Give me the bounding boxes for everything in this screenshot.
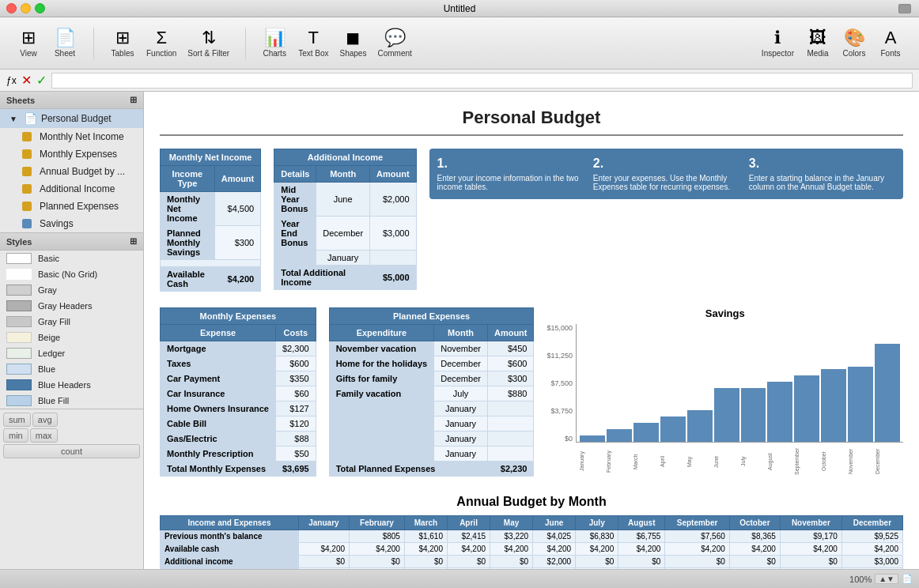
row-value: $2,300 (276, 341, 316, 356)
row-label: Available cash (161, 543, 299, 556)
income-type-header: Income Type (161, 166, 215, 192)
media-icon: 🖼 (809, 29, 826, 47)
sidebar-item-annual-budget[interactable]: Annual Budget by ... (0, 163, 143, 180)
sidebar-item-monthly-net-income[interactable]: Monthly Net Income (0, 128, 143, 145)
cancel-icon[interactable]: ✕ (21, 73, 32, 88)
sidebar-item-personal-budget[interactable]: ▼ 📄 Personal Budget (0, 109, 143, 128)
instruction-text: Enter a starting balance in the January … (749, 174, 895, 191)
zoom-stepper[interactable]: ▲▼ (875, 574, 898, 584)
sidebar-item-additional-income[interactable]: Additional Income (0, 180, 143, 198)
row-label: Home Owners Insurance (161, 401, 276, 416)
textbox-icon: T (308, 29, 319, 47)
chart-bar (633, 423, 659, 442)
x-axis-label: September (794, 446, 819, 477)
expense-header: Expense (161, 325, 276, 341)
row-value: $0 (448, 556, 490, 568)
sheet-color-planned (22, 202, 32, 211)
total-label: Total Additional Income (274, 266, 370, 290)
row-value: $9,170 (780, 530, 841, 543)
maximize-button[interactable] (35, 3, 45, 13)
sort-filter-icon: ⇅ (202, 29, 216, 47)
row-value: $3,695 (841, 568, 902, 570)
row-value: $3,220 (490, 530, 533, 543)
row-value: $4,200 (576, 543, 618, 556)
style-item-blue[interactable]: Blue (0, 361, 143, 377)
page-icon: 📄 (902, 574, 913, 584)
chart-bars (576, 324, 903, 443)
row-value: $0 (576, 556, 618, 568)
table-row: Available cash$4,200$4,200$4,200$4,200$4… (161, 543, 903, 556)
close-button[interactable] (6, 3, 17, 13)
style-item-beige[interactable]: Beige (0, 330, 143, 345)
style-item-gray-headers[interactable]: Gray Headers (0, 298, 143, 314)
colors-button[interactable]: 🎨 Colors (837, 26, 872, 61)
sidebar-item-savings[interactable]: Savings (0, 215, 143, 232)
total-value: $4,200 (214, 267, 261, 292)
window-resize-button[interactable] (898, 4, 911, 13)
y-axis-label: $3,750 (546, 407, 573, 415)
row-value: $3,000 (370, 217, 417, 251)
style-item-blue-headers[interactable]: Blue Headers (0, 377, 143, 393)
minimize-button[interactable] (21, 3, 31, 13)
function-button[interactable]: Σ Function (142, 26, 181, 61)
textbox-button[interactable]: T Text Box (293, 26, 333, 61)
row-label: Planned Monthly Savings (161, 226, 215, 260)
status-bar: 100% ▲▼ 📄 (0, 569, 919, 588)
style-item-gray-fill[interactable]: Gray Fill (0, 314, 143, 330)
avg-button[interactable]: avg (32, 413, 58, 427)
instruction-number: 2. (593, 156, 739, 171)
sum-button[interactable]: sum (3, 413, 31, 427)
annual-budget-section: Annual Budget by Month Income and Expens… (160, 495, 903, 569)
shapes-button[interactable]: ◼ Shapes (335, 26, 372, 61)
media-button[interactable]: 🖼 Media (800, 26, 835, 61)
sort-filter-button[interactable]: ⇅ Sort & Filter (183, 26, 234, 61)
style-item-basic-no-grid[interactable]: Basic (No Grid) (0, 266, 143, 282)
charts-button[interactable]: 📊 Charts (257, 26, 292, 61)
annual-header: March (404, 516, 447, 530)
count-button[interactable]: count (3, 444, 140, 458)
annual-header: October (729, 516, 780, 530)
additional-income-table: Additional Income Details Month Amount M… (274, 149, 416, 290)
styles-header-label: Styles (6, 237, 32, 247)
row-value: $0 (618, 556, 665, 568)
additional-income-section: Additional Income Details Month Amount M… (274, 149, 416, 290)
table-row: January (329, 416, 534, 432)
style-item-blue-fill[interactable]: Blue Fill (0, 393, 143, 409)
tables-button[interactable]: ⊞ Tables (105, 26, 140, 61)
row-month: January (434, 432, 488, 447)
row-value: $127 (276, 401, 316, 416)
table-row: Mid Year BonusJune$2,000 (274, 183, 416, 217)
amount-header-pe: Amount (487, 325, 534, 341)
chart-bar (687, 410, 713, 442)
row-value: $50 (276, 447, 316, 462)
month-header: Month (316, 166, 370, 183)
view-button[interactable]: ⊞ View (11, 26, 46, 61)
formula-input[interactable] (51, 73, 913, 89)
sidebar-item-monthly-expenses[interactable]: Monthly Expenses (0, 145, 143, 163)
fonts-button[interactable]: A Fonts (873, 26, 908, 61)
inspector-button[interactable]: ℹ Inspector (757, 26, 799, 61)
max-button[interactable]: max (30, 428, 58, 443)
row-value: $4,500 (214, 192, 261, 226)
y-axis-label: $11,250 (546, 352, 573, 360)
style-item-gray[interactable]: Gray (0, 282, 143, 298)
sidebar-item-planned-expenses[interactable]: Planned Expenses (0, 198, 143, 215)
tables-label: Tables (112, 49, 134, 58)
row-value: $0 (404, 556, 447, 568)
min-button[interactable]: min (3, 428, 28, 443)
toolbar-separator-2 (245, 28, 246, 59)
sheet-button[interactable]: 📄 Sheet (47, 26, 82, 61)
sheet-color-savings (22, 219, 32, 228)
comment-button[interactable]: 💬 Comment (373, 26, 416, 61)
row-value: $0 (298, 556, 349, 568)
details-header: Details (274, 166, 316, 183)
annual-budget-table: Income and ExpensesJanuaryFebruaryMarchA… (160, 515, 903, 569)
style-item-ledger[interactable]: Ledger (0, 345, 143, 361)
style-item-basic[interactable]: Basic (0, 251, 143, 266)
table-row: Home for the holidaysDecember$600 (329, 356, 534, 371)
month-header-pe: Month (434, 325, 488, 341)
table-row: Mortgage$2,300 (161, 341, 316, 356)
x-axis-label: April (660, 446, 685, 477)
planned-expenses-table: Planned Expenses Expenditure Month Amoun… (329, 307, 535, 477)
confirm-icon[interactable]: ✓ (36, 73, 47, 88)
